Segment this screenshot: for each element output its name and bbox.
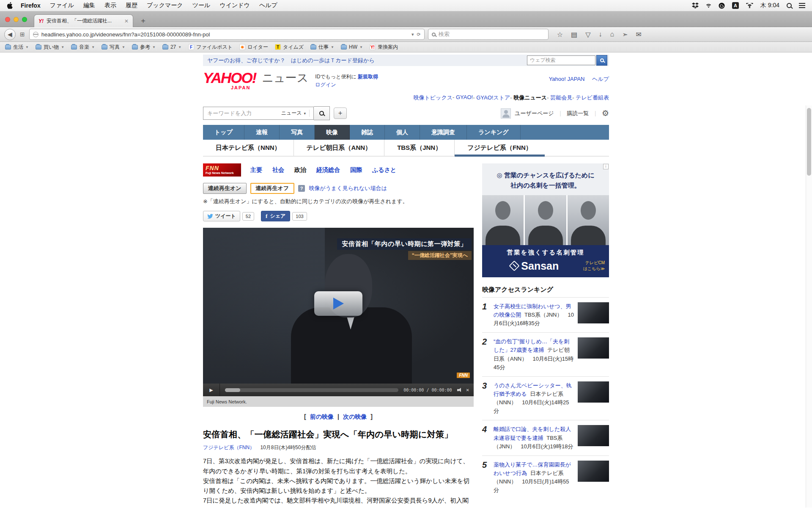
creative-cloud-icon[interactable] <box>719 3 725 9</box>
yahoo-japan-link[interactable]: Yahoo! JAPAN <box>549 76 585 82</box>
menubar-item[interactable]: ファイル <box>45 2 79 9</box>
bookmark-star-icon[interactable]: ☆ <box>557 30 563 39</box>
back-button[interactable]: ◀ <box>4 29 16 40</box>
prev-video-link[interactable]: 前の映像 <box>310 413 334 421</box>
nav-tab[interactable]: トップ <box>203 125 244 140</box>
signup-link[interactable]: 新規取得 <box>358 74 378 80</box>
nav-tab[interactable]: 雑誌 <box>350 125 385 140</box>
apple-icon[interactable] <box>7 2 13 9</box>
gear-icon[interactable]: ⚙ <box>602 108 609 118</box>
yahoo-news-logo[interactable]: YAHOO! JAPAN ニュース <box>203 71 308 85</box>
tab-groups-icon[interactable]: ⊞ <box>19 31 26 38</box>
ranking-thumbnail[interactable] <box>578 337 609 359</box>
reading-list-icon[interactable]: ▤ <box>571 30 577 39</box>
nav-tab[interactable]: 映像 <box>315 125 350 140</box>
menubar-item[interactable]: 履歴 <box>121 2 142 9</box>
service-link[interactable]: 映像ニュース <box>510 94 547 102</box>
spotlight-icon[interactable] <box>787 3 792 8</box>
subscriptions-link[interactable]: 購読一覧 <box>567 110 589 117</box>
bookmark-item[interactable]: 参考 ▼ <box>132 44 156 51</box>
promo-link[interactable]: ヤフーのお得、ご存じですか？ はじめの一歩はＴカード登録から <box>207 57 374 64</box>
page-scrollbar[interactable] <box>806 105 812 508</box>
nav-tab[interactable]: 写真 <box>280 125 315 140</box>
user-avatar[interactable] <box>501 108 511 119</box>
fnn-category-link[interactable]: 国際 <box>350 166 362 174</box>
wifi-icon[interactable] <box>746 3 753 8</box>
ad-cta[interactable]: テレビCM はこちら≫ <box>583 260 605 272</box>
page-viewport[interactable]: ヤフーのお得、ご存じですか？ はじめの一歩はＴカード登録から ウェブ検索 YAH… <box>0 52 812 508</box>
mute-x-icon[interactable]: ✕ <box>466 388 469 392</box>
bookmark-item[interactable]: ✺ ロイター ▼ <box>239 44 268 51</box>
bookmark-item[interactable]: Y! 乗換案内 ▼ <box>370 44 398 51</box>
network-tab[interactable]: 日本テレビ系（NNN） <box>203 140 294 156</box>
service-link[interactable]: 映像トピックス <box>414 94 453 102</box>
bookmark-item[interactable]: 音楽 ▼ <box>71 44 95 51</box>
site-identity-icon[interactable] <box>33 32 38 37</box>
bookmark-item[interactable]: 生活 ▼ <box>5 44 29 51</box>
menubar-item[interactable]: ヘルプ <box>255 2 282 9</box>
fnn-category-link[interactable]: 経済総合 <box>316 166 340 174</box>
browser-search-field[interactable]: 検索 <box>428 29 549 40</box>
input-source-icon[interactable]: A <box>732 2 739 9</box>
tweet-button[interactable]: ツイート <box>203 211 240 221</box>
play-button[interactable] <box>314 291 362 316</box>
nav-tab[interactable]: 速報 <box>244 125 280 140</box>
menubar-item[interactable]: ブックマーク <box>142 2 188 9</box>
fnn-category-link[interactable]: 政治 <box>294 166 306 174</box>
download-icon[interactable]: ↓ <box>599 30 602 38</box>
question-icon[interactable]: ? <box>298 185 305 192</box>
sansan-logo[interactable]: Sansan <box>510 260 559 272</box>
bookmark-item[interactable]: F ファイルポスト ▼ <box>188 44 233 51</box>
bookmark-item[interactable]: HW ▼ <box>341 44 363 50</box>
nav-tab[interactable]: 個人 <box>385 125 420 140</box>
url-dropdown-icon[interactable]: ▾ <box>411 32 414 37</box>
ranking-thumbnail[interactable] <box>578 302 609 323</box>
browser-tab[interactable]: Y! 安倍首相、「一億総活躍社... ✕ <box>34 14 133 27</box>
new-tab-button[interactable]: ＋ <box>140 16 147 25</box>
dropbox-icon[interactable] <box>692 3 699 8</box>
hello-chat-icon[interactable]: ✉ <box>636 30 642 39</box>
next-video-link[interactable]: 次の映像 <box>343 413 367 421</box>
article-source-link[interactable]: フジテレビ系（FNN） <box>203 444 255 450</box>
menubar-item[interactable]: ツール <box>188 2 215 9</box>
network-tab[interactable]: テレビ朝日系（ANN） <box>294 140 384 156</box>
menubar-item[interactable]: 編集 <box>79 2 100 9</box>
scrollbar-thumb[interactable] <box>807 108 811 176</box>
bookmark-item[interactable]: T タイムズ ▼ <box>275 44 304 51</box>
fnn-category-link[interactable]: 主要 <box>250 166 262 174</box>
ranking-thumbnail[interactable] <box>578 461 609 482</box>
continuous-play-on-button[interactable]: 連続再生オン <box>203 183 247 194</box>
close-window-button[interactable] <box>5 17 10 22</box>
network-tab[interactable]: フジテレビ系（FNN） <box>454 140 545 156</box>
web-search-button[interactable] <box>596 55 607 66</box>
ranking-item[interactable]: 5 薬物入り菓子で…保育園園長がわいせつ行為 日本テレビ系（NNN） 10月5日… <box>482 456 609 500</box>
menubar-item[interactable]: 表示 <box>100 2 121 9</box>
home-icon[interactable]: ⌂ <box>610 30 614 38</box>
login-link[interactable]: ログイン <box>315 82 336 88</box>
fnn-category-link[interactable]: 社会 <box>272 166 284 174</box>
bookmark-item[interactable]: 買い物 ▼ <box>36 44 64 51</box>
search-scope-dropdown[interactable]: ニュース <box>281 110 310 117</box>
url-text[interactable]: headlines.yahoo.co.jp/videonews/fnn?a=20… <box>41 31 409 38</box>
service-link[interactable]: GYAO! <box>453 94 473 102</box>
tweet-count-badge[interactable]: 52 <box>242 212 254 221</box>
menubar-app-name[interactable]: Firefox <box>16 2 45 9</box>
nav-tab[interactable]: 意識調査 <box>420 125 467 140</box>
bookmark-item[interactable]: 写真 ▼ <box>102 44 125 51</box>
news-search-button[interactable] <box>314 106 330 120</box>
fnn-category-link[interactable]: ふるさと <box>372 166 396 174</box>
ranking-item[interactable]: 4 離婚話で口論、夫を刺した殺人未遂容疑で妻を逮捕 TBS系（JNN） 10月6… <box>482 420 609 455</box>
ranking-item[interactable]: 1 女子高校生に強制わいせつ、男の映像公開 TBS系（JNN） 10月6日(火)… <box>482 297 609 332</box>
ranking-item[interactable]: 3 うのさん元ベビーシッター、執行猶予求める 日本テレビ系（NNN） 10月6日… <box>482 376 609 420</box>
service-link[interactable]: テレビ番組表 <box>572 94 609 102</box>
video-player[interactable]: 安倍首相「年内の早い時期に第一弾対策」 “一億総活躍社会”実現へ FNN <box>203 228 474 384</box>
ad-info-icon[interactable]: i <box>603 164 609 169</box>
pocket-icon[interactable]: ▽ <box>585 30 590 39</box>
continuous-play-off-button[interactable]: 連続再生オフ <box>250 183 295 194</box>
notification-center-icon[interactable] <box>799 3 805 8</box>
share-icon[interactable]: ➣ <box>622 30 628 39</box>
url-bar[interactable]: headlines.yahoo.co.jp/videonews/fnn?a=20… <box>29 29 425 40</box>
news-search-input[interactable]: キーワードを入力 ニュース <box>203 107 314 120</box>
service-link[interactable]: GYAO!ストア <box>473 94 510 102</box>
menubar-item[interactable]: ウインドウ <box>215 2 255 9</box>
